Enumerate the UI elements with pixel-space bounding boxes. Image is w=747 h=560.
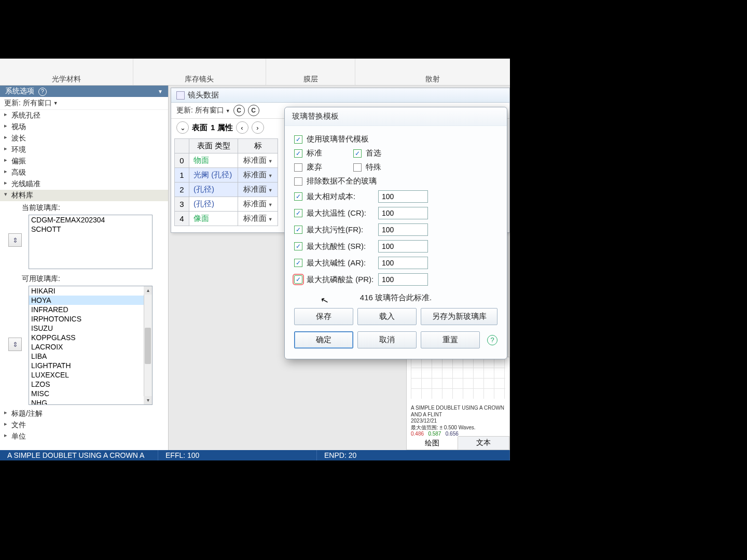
table-row: 4像面标准面▼ (175, 212, 278, 226)
ribbon-group-stock-lens[interactable]: 库存镜头 (133, 59, 267, 85)
status-title: A SIMPLE DOUBLET USING A CROWN A (0, 450, 158, 460)
tree-item-polarization[interactable]: 偏振 (0, 156, 168, 167)
label-preferred: 首选 (366, 148, 381, 158)
list-item[interactable]: LUXEXCEL (29, 370, 152, 380)
checkbox-standard[interactable] (294, 149, 302, 158)
input-max-cr[interactable] (378, 207, 428, 219)
input-max-cost[interactable] (378, 190, 428, 203)
help-icon[interactable]: ? (38, 88, 47, 96)
input-max-ar[interactable] (378, 257, 428, 269)
list-item[interactable]: LZOS (29, 380, 152, 389)
checkbox-max-cr[interactable] (294, 209, 302, 217)
help-icon[interactable]: ? (487, 335, 497, 345)
checkbox-max-fr[interactable] (294, 226, 302, 234)
checkbox-max-ar[interactable] (294, 259, 302, 267)
tree-item-title-notes[interactable]: 标题/注解 (0, 408, 168, 419)
tab-text[interactable]: 文本 (458, 437, 509, 450)
tree-item-wavelength[interactable]: 波长 (0, 133, 168, 144)
move-button[interactable]: ⇕ (8, 233, 22, 247)
plot-panel: A SIMPLE DOUBLET USING A CROWN AND A FLI… (406, 357, 510, 450)
tree-item-units[interactable]: 单位 (0, 431, 168, 442)
ribbon-group-coatings[interactable]: 膜层 (266, 59, 355, 85)
toolbar-button-c1[interactable]: C (233, 105, 245, 116)
checkbox-special[interactable] (353, 163, 362, 172)
table-row: 2(孔径)标准面▼ (175, 183, 278, 197)
ok-button[interactable]: 确定 (294, 331, 353, 348)
cancel-button[interactable]: 取消 (357, 331, 417, 348)
list-item[interactable]: SCHOTT (29, 225, 152, 234)
col-comment: 标 (238, 139, 278, 153)
lens-data-table[interactable]: 表面 类型标 0物面标准面▼ 1光阑 (孔径)标准面▼ 2(孔径)标准面▼ 3(… (174, 138, 278, 226)
system-tree: 系统孔径 视场 波长 环境 偏振 高级 光线瞄准 材料库 (0, 110, 168, 201)
tree-item-advanced[interactable]: 高级 (0, 167, 168, 178)
list-item[interactable]: HIKARI (29, 286, 152, 296)
col-surface-type: 表面 类型 (189, 139, 238, 153)
tree-item-material-library[interactable]: 材料库 (0, 190, 168, 201)
status-effl: EFFL: 100 (158, 450, 317, 460)
list-item[interactable]: CDGM-ZEMAX202304 (29, 215, 152, 225)
current-catalog-list[interactable]: CDGM-ZEMAX202304 SCHOTT (29, 215, 153, 269)
collapse-icon[interactable]: ⌄ (176, 121, 189, 134)
checkbox-exclude-missing[interactable] (294, 177, 302, 186)
update-all-windows[interactable]: 更新: 所有窗口▼ (0, 97, 168, 110)
label-obsolete: 废弃 (307, 162, 322, 172)
label-use-template: 使用玻璃替代模板 (307, 134, 369, 144)
surface-label: 表面 (192, 123, 208, 133)
window-title-bar[interactable]: 镜头数据 (171, 88, 509, 103)
tree-item-environment[interactable]: 环境 (0, 144, 168, 156)
toolbar-button-c2[interactable]: C (248, 105, 259, 116)
save-button[interactable]: 保存 (294, 308, 353, 325)
input-max-sr[interactable] (378, 240, 428, 253)
checkbox-obsolete[interactable] (294, 163, 302, 172)
ribbon-group-scatter[interactable]: 散射 (355, 59, 510, 85)
chevron-down-icon[interactable]: ▼ (158, 89, 163, 94)
scrollbar[interactable]: ▴ ▾ (144, 286, 152, 404)
available-catalog-list[interactable]: HIKARI HOYA INFRARED IRPHOTONICS ISUZU K… (29, 286, 153, 405)
panel-title-text: 系统选项 (5, 87, 34, 95)
status-enpd: ENPD: 20 (317, 450, 510, 460)
list-item[interactable]: IRPHOTONICS (29, 314, 152, 324)
tab-draw[interactable]: 绘图 (407, 436, 458, 450)
save-as-catalog-button[interactable]: 另存为新玻璃库 (421, 308, 497, 325)
checkbox-max-sr[interactable] (294, 242, 302, 250)
tree-item-file[interactable]: 文件 (0, 419, 168, 431)
label-max-cost: 最大相对成本: (307, 192, 374, 202)
checkbox-max-cost[interactable] (294, 192, 302, 201)
checkbox-max-pr[interactable] (294, 275, 302, 284)
list-item[interactable]: LACROIX (29, 342, 152, 352)
reset-button[interactable]: 重置 (421, 331, 480, 348)
checkbox-preferred[interactable] (353, 149, 362, 158)
current-catalog-label: 当前玻璃库: (0, 201, 168, 215)
label-exclude-missing: 排除数据不全的玻璃 (307, 176, 377, 186)
input-max-pr[interactable] (378, 273, 428, 286)
surface-prop-label: 1 属性 (211, 123, 233, 133)
plot-caption: A SIMPLE DOUBLET USING A CROWN AND A FLI… (411, 405, 505, 438)
list-item[interactable]: MISC (29, 389, 152, 398)
table-row: 0物面标准面▼ (175, 153, 278, 168)
list-item[interactable]: NHG (29, 398, 152, 405)
next-surface-button[interactable]: › (252, 121, 264, 134)
input-max-fr[interactable] (378, 223, 428, 236)
checkbox-use-template[interactable] (294, 135, 302, 144)
system-tree-bottom: 标题/注解 文件 单位 (0, 408, 168, 442)
glass-count-status: 416 玻璃符合此标准. (294, 288, 497, 305)
tree-item-aperture[interactable]: 系统孔径 (0, 110, 168, 121)
scroll-up-icon[interactable]: ▴ (144, 286, 152, 295)
list-item[interactable]: INFRARED (29, 305, 152, 314)
update-dropdown[interactable]: 更新: 所有窗口▼ (176, 106, 230, 115)
move-button[interactable]: ⇕ (8, 338, 22, 351)
prev-surface-button[interactable]: ‹ (236, 121, 248, 134)
table-row: 3(孔径)标准面▼ (175, 197, 278, 212)
list-item[interactable]: KOPPGLASS (29, 333, 152, 342)
list-item[interactable]: LIGHTPATH (29, 361, 152, 370)
tree-item-ray-aiming[interactable]: 光线瞄准 (0, 178, 168, 190)
list-item[interactable]: LIBA (29, 352, 152, 361)
tree-item-field[interactable]: 视场 (0, 121, 168, 133)
list-item[interactable]: ISUZU (29, 324, 152, 333)
dialog-title: 玻璃替换模板 (285, 107, 507, 126)
load-button[interactable]: 载入 (357, 308, 417, 325)
scroll-down-icon[interactable]: ▾ (144, 396, 152, 404)
list-item[interactable]: HOYA (29, 296, 152, 305)
ribbon-group-materials[interactable]: 光学材料 (0, 59, 133, 85)
scroll-thumb[interactable] (145, 328, 151, 364)
